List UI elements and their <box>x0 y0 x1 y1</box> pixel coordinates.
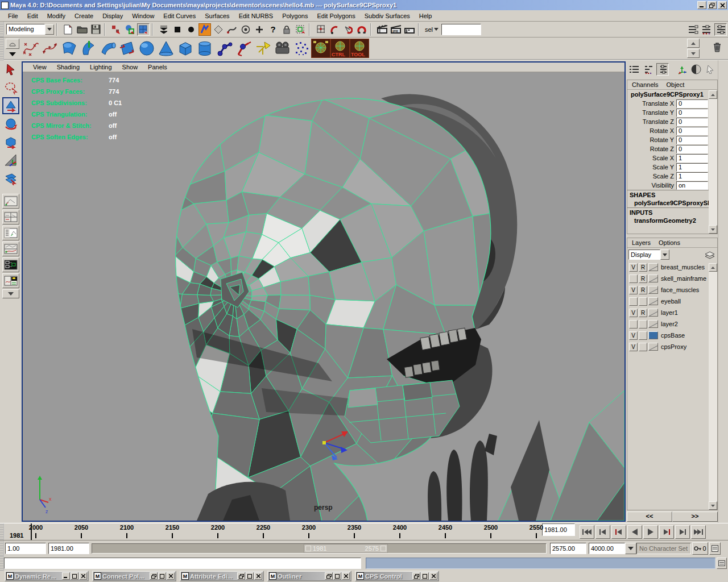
step-forward-key-button[interactable] <box>659 525 674 539</box>
current-time-field[interactable]: 1981.00 <box>542 523 575 536</box>
shelf-ep-curve-icon[interactable] <box>21 39 40 58</box>
shelf-cone-icon[interactable] <box>156 39 176 58</box>
layer-reference-toggle[interactable] <box>639 331 647 340</box>
trash-icon[interactable] <box>711 41 723 53</box>
separator[interactable] <box>418 23 421 36</box>
range-handle-right-box[interactable] <box>380 546 386 551</box>
lasso-tool-icon[interactable] <box>2 79 19 96</box>
options-menu[interactable]: Options <box>659 238 680 247</box>
channel-value[interactable]: 0 <box>676 118 708 126</box>
maximize-button[interactable] <box>158 572 166 580</box>
layer-mode-dropdown-arrow[interactable] <box>660 250 669 260</box>
playback-start-field[interactable]: 1981.00 <box>48 543 89 554</box>
shelf-cylinder-icon[interactable] <box>195 39 214 58</box>
snap-grid-icon[interactable] <box>315 23 327 36</box>
shelf-revolve-icon[interactable] <box>60 39 79 58</box>
channel-box-scrollbar[interactable] <box>709 90 717 234</box>
layer-row[interactable]: VRlayer1 <box>627 307 717 318</box>
snap-curve-icon[interactable] <box>328 23 341 36</box>
separator[interactable] <box>370 23 374 36</box>
layout-four-pane-button[interactable] <box>2 210 19 225</box>
mask-dynamics-icon[interactable] <box>226 23 238 36</box>
layer-color-swatch[interactable] <box>648 275 658 282</box>
mask-surfaces-icon[interactable] <box>198 23 211 36</box>
menu-subdiv-surfaces[interactable]: Subdiv Surfaces <box>360 11 415 21</box>
layer-name[interactable]: cpsProxy <box>659 343 686 350</box>
layout-hypergraph-button[interactable] <box>2 257 19 272</box>
pick-arrow-icon[interactable] <box>704 63 717 76</box>
rotate-tool-icon[interactable] <box>2 115 19 132</box>
shelf-camera-icon[interactable] <box>272 39 292 58</box>
script-editor-button[interactable] <box>717 558 727 569</box>
make-live-icon[interactable] <box>355 23 368 36</box>
layer-visible-toggle[interactable]: V <box>629 343 638 351</box>
shape-node-name[interactable]: polySurface9CPSproxySh <box>627 199 717 207</box>
layer-reference-toggle[interactable]: R <box>639 309 647 317</box>
title-bar[interactable]: M Maya 4.0: D:\Documents and Settings\ju… <box>0 0 728 10</box>
channel-value[interactable]: 0 <box>676 136 708 144</box>
minimized-window-outliner[interactable]: M Outliner <box>267 571 351 581</box>
layer-row[interactable]: eyeball <box>627 296 717 307</box>
shelf-menu-arrow[interactable] <box>9 51 16 57</box>
layer-color-swatch[interactable] <box>648 263 658 271</box>
select-object-icon[interactable] <box>123 23 136 36</box>
character-set-selector[interactable]: No Character Set <box>636 543 691 554</box>
status-line-grip[interactable] <box>0 22 4 37</box>
render-current-frame-icon[interactable] <box>376 23 388 36</box>
perspective-viewport[interactable]: View Shading Lighting Show Panels <box>22 61 626 522</box>
maximize-button[interactable] <box>333 572 341 580</box>
layer-row[interactable]: VRbreast_muscles <box>627 261 717 273</box>
step-back-frame-button[interactable] <box>595 525 610 539</box>
command-line-input[interactable] <box>4 558 361 569</box>
close-button[interactable] <box>79 572 87 580</box>
channel-value[interactable]: 0 <box>676 145 708 153</box>
move-axis-icon[interactable] <box>676 63 688 76</box>
layout-persp-graph-button[interactable] <box>2 242 19 256</box>
menu-edit-nurbs[interactable]: Edit NURBS <box>234 11 278 21</box>
separator[interactable] <box>56 23 60 36</box>
move-tool-icon[interactable] <box>2 97 19 114</box>
menu-edit-polygons[interactable]: Edit Polygons <box>312 11 359 21</box>
save-scene-icon[interactable] <box>89 23 102 36</box>
channel-value[interactable]: 1 <box>676 154 708 163</box>
scale-tool-icon[interactable] <box>2 134 19 151</box>
select-component-icon[interactable] <box>137 23 150 36</box>
close-button[interactable] <box>342 572 350 580</box>
layer-name[interactable]: layer1 <box>659 309 678 316</box>
shelf-cv-curve-icon[interactable] <box>40 39 60 58</box>
layer-reference-toggle[interactable]: R <box>639 275 647 283</box>
shelf-tab-button[interactable] <box>6 39 19 49</box>
show-attribute-editor-icon[interactable] <box>687 23 700 36</box>
layout-persp-outliner-button[interactable] <box>2 226 19 240</box>
last-tool-icon[interactable] <box>2 170 19 187</box>
range-preset-dropdown[interactable] <box>625 543 636 554</box>
separator[interactable] <box>104 23 107 36</box>
layer-row[interactable]: VcpsProxy <box>627 341 717 352</box>
restore-button[interactable] <box>325 572 333 580</box>
maximize-button[interactable] <box>421 572 429 580</box>
layer-reference-toggle[interactable] <box>639 343 647 351</box>
layer-row[interactable]: layer2 <box>627 318 717 330</box>
restore-button[interactable] <box>150 572 158 580</box>
layer-reference-toggle[interactable] <box>639 297 647 306</box>
scroll-down-button[interactable] <box>709 225 717 234</box>
shelf-ik-handle-icon[interactable] <box>234 39 253 58</box>
maximize-button[interactable] <box>246 572 254 580</box>
speed-state-toggle-icon[interactable] <box>656 63 669 76</box>
mask-handles-icon[interactable] <box>158 23 170 36</box>
range-slider-handle[interactable]: 1981 2575 <box>304 544 388 553</box>
layer-reference-toggle[interactable] <box>639 320 647 329</box>
select-tool-icon[interactable] <box>2 61 19 78</box>
layer-row[interactable]: VRface_muscles <box>627 284 717 296</box>
scroll-down-button[interactable] <box>709 501 717 510</box>
mask-curves-icon[interactable] <box>185 23 197 36</box>
layer-visible-toggle[interactable] <box>629 275 638 283</box>
channel-node-name[interactable]: polySurface9CPSproxy1 <box>627 90 717 99</box>
layer-name[interactable]: skell_mainframe <box>659 275 706 282</box>
viewport-menu-panels[interactable]: Panels <box>143 62 172 72</box>
play-backwards-button[interactable] <box>627 525 642 539</box>
object-menu[interactable]: Object <box>666 80 684 89</box>
show-tool-settings-icon[interactable] <box>701 23 713 36</box>
close-button[interactable] <box>429 572 437 580</box>
viewport-menu-shading[interactable]: Shading <box>52 62 84 72</box>
